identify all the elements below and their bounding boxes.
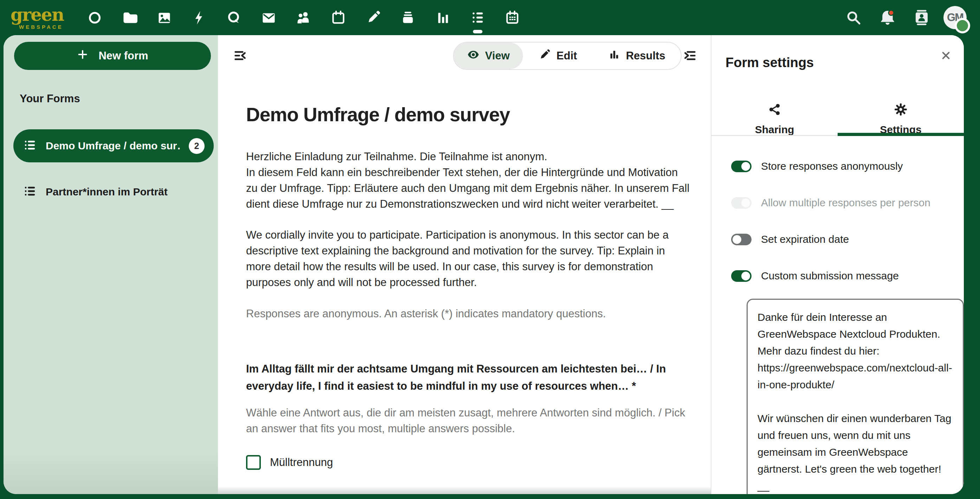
form-title: Demo Umfrage / demo survey bbox=[246, 104, 690, 126]
stack-icon bbox=[400, 10, 416, 26]
form-item-label: Partner*innen im Porträt bbox=[46, 186, 205, 198]
app-files-button[interactable] bbox=[112, 0, 147, 35]
sidebar-heading: Your Forms bbox=[20, 92, 80, 105]
tab-sharing-label: Sharing bbox=[755, 124, 794, 136]
close-panel-button[interactable] bbox=[936, 46, 955, 65]
notifications-button[interactable] bbox=[870, 0, 904, 35]
tab-edit[interactable]: Edit bbox=[523, 43, 593, 69]
contact-card-icon bbox=[913, 9, 931, 26]
app-photos-button[interactable] bbox=[147, 0, 182, 35]
sidebar-item-partnerinnen[interactable]: Partner*innen im Porträt bbox=[13, 175, 214, 208]
response-count-badge: 2 bbox=[189, 138, 205, 154]
panel-tabs: Sharing Settings bbox=[711, 103, 964, 136]
talk-icon bbox=[226, 10, 242, 26]
toggle-store-anonymously[interactable] bbox=[731, 161, 751, 172]
app-contacts-button[interactable] bbox=[286, 0, 321, 35]
form-preview: Demo Umfrage / demo survey Herzliche Ein… bbox=[246, 70, 690, 470]
new-form-button[interactable]: New form bbox=[14, 42, 211, 70]
setting-store-anonymously: Store responses anonymously bbox=[731, 155, 953, 178]
app-forms-button[interactable] bbox=[460, 0, 495, 35]
app-talk-button[interactable] bbox=[216, 0, 251, 35]
pencil-icon bbox=[365, 10, 381, 26]
toggle-label: Store responses anonymously bbox=[761, 160, 903, 172]
collapse-right-icon bbox=[682, 48, 698, 65]
analytics-icon bbox=[434, 10, 451, 26]
tab-view-label: View bbox=[485, 49, 510, 62]
form-item-label: Demo Umfrage / demo sur… bbox=[46, 140, 180, 152]
forms-sidebar: New form Your Forms Demo Umfrage / demo … bbox=[3, 35, 218, 494]
answer-option-muelltrennung[interactable]: Mülltrennung bbox=[246, 455, 690, 470]
submission-message-input[interactable]: Danke für dein Interesse an GreenWebspac… bbox=[746, 299, 964, 494]
user-avatar[interactable]: GM bbox=[943, 6, 967, 29]
form-settings-panel: Form settings Sharing Settings Store res… bbox=[711, 35, 964, 494]
lightning-icon bbox=[191, 10, 207, 26]
form-description-en: We cordially invite you to participate. … bbox=[246, 227, 690, 290]
toggle-knob bbox=[741, 162, 750, 171]
toggle-label: Set expiration date bbox=[761, 233, 849, 245]
form-list-icon bbox=[22, 138, 37, 154]
form-description-de: Herzliche Einladung zur Teilnahme. Die T… bbox=[246, 149, 690, 212]
setting-expiration-date: Set expiration date bbox=[731, 228, 953, 251]
share-icon bbox=[768, 103, 781, 118]
search-button[interactable] bbox=[836, 0, 870, 35]
app-activity-button[interactable] bbox=[182, 0, 216, 35]
photos-icon bbox=[156, 10, 173, 26]
pencil-icon bbox=[539, 49, 551, 64]
form-content: View Edit Results Demo Umfrage / demo su… bbox=[218, 35, 711, 494]
new-form-label: New form bbox=[99, 49, 148, 62]
toggle-label: Allow multiple responses per person bbox=[761, 197, 931, 209]
anonymous-note: Responses are anonymous. An asterisk (*)… bbox=[246, 306, 690, 321]
sidebar-item-demo-umfrage[interactable]: Demo Umfrage / demo sur… 2 bbox=[13, 129, 214, 162]
toggle-knob bbox=[741, 272, 750, 280]
view-mode-segmented-control: View Edit Results bbox=[453, 42, 682, 70]
app-calendar-button[interactable] bbox=[321, 0, 356, 35]
toggle-knob bbox=[733, 235, 741, 244]
topbar-right: GM bbox=[836, 0, 972, 35]
toggle-custom-message[interactable] bbox=[731, 270, 751, 282]
tab-settings-label: Settings bbox=[880, 124, 921, 136]
app-notes-button[interactable] bbox=[356, 0, 391, 35]
question-title: Im Alltag fällt mir der achtsame Umgang … bbox=[246, 360, 690, 395]
active-app-indicator bbox=[473, 30, 482, 33]
toggle-expiration-date[interactable] bbox=[731, 234, 751, 245]
toggle-left-sidebar-button[interactable] bbox=[229, 44, 251, 67]
app-dashboard-button[interactable] bbox=[77, 0, 112, 35]
mail-icon bbox=[261, 10, 277, 26]
toggle-knob bbox=[741, 199, 750, 207]
question-description: Wähle eine Antwort aus, die dir am meist… bbox=[246, 405, 690, 437]
checkbox-icon[interactable] bbox=[246, 455, 261, 470]
tab-settings[interactable]: Settings bbox=[838, 103, 964, 136]
app-mail-button[interactable] bbox=[251, 0, 286, 35]
bar-chart-icon bbox=[608, 49, 620, 64]
tab-edit-label: Edit bbox=[557, 49, 577, 62]
plus-icon bbox=[76, 49, 89, 63]
app-deck-button[interactable] bbox=[391, 0, 425, 35]
app-analytics-button[interactable] bbox=[425, 0, 460, 35]
toggle-label: Custom submission message bbox=[761, 270, 899, 282]
contacts-icon bbox=[295, 10, 312, 26]
contacts-menu-button[interactable] bbox=[904, 0, 939, 35]
dashboard-icon bbox=[86, 10, 103, 26]
brand-logo-subtext: WEBSPACE bbox=[19, 24, 74, 30]
close-icon bbox=[939, 49, 953, 63]
gear-icon bbox=[894, 103, 907, 118]
bell-icon bbox=[879, 9, 896, 26]
toggle-right-sidebar-button[interactable] bbox=[679, 44, 702, 67]
setting-custom-message: Custom submission message bbox=[731, 265, 953, 287]
app-tables-button[interactable] bbox=[495, 0, 530, 35]
tab-results[interactable]: Results bbox=[593, 43, 681, 69]
search-icon bbox=[845, 9, 862, 26]
calendar-icon bbox=[330, 10, 347, 26]
tab-view[interactable]: View bbox=[454, 43, 523, 69]
app-nav bbox=[77, 0, 530, 35]
brand-logo[interactable]: green WEBSPACE bbox=[11, 6, 74, 30]
toggle-multiple-responses bbox=[731, 197, 751, 209]
app-shell: New form Your Forms Demo Umfrage / demo … bbox=[3, 35, 964, 494]
settings-toggles: Store responses anonymously Allow multip… bbox=[731, 155, 953, 301]
panel-title: Form settings bbox=[725, 55, 814, 70]
answer-option-label: Mülltrennung bbox=[270, 456, 333, 469]
eye-icon bbox=[467, 49, 479, 64]
tab-sharing[interactable]: Sharing bbox=[711, 103, 838, 136]
app-screen: green WEBSPACE GM bbox=[0, 0, 980, 499]
folder-icon bbox=[121, 10, 138, 26]
